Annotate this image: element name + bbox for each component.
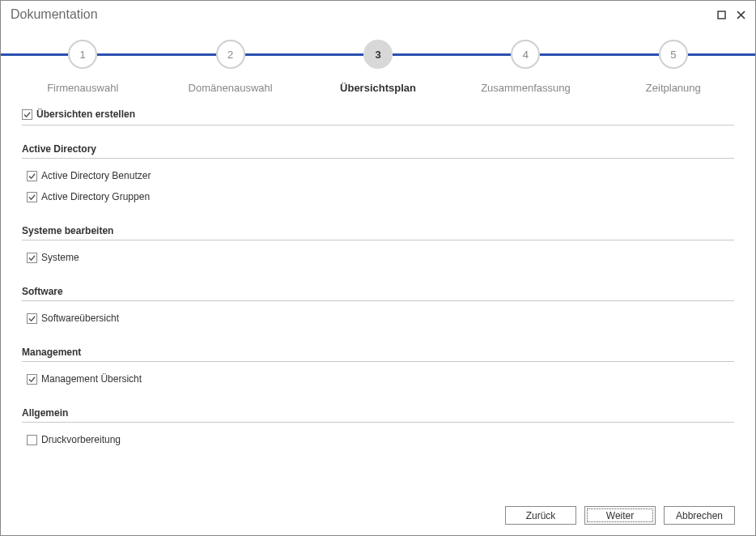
checkbox-label: Druckvorbereitung (41, 434, 121, 445)
section: SoftwareSoftwareübersicht (22, 286, 734, 329)
step-1[interactable]: 1Firmenauswahl (9, 40, 156, 94)
wizard-stepper: 1Firmenauswahl2Domänenauswahl3Übersichts… (1, 25, 755, 102)
step-circle: 1 (68, 40, 97, 69)
section-header: Active Directory (22, 143, 734, 159)
step-label: Zeitplanung (600, 82, 747, 94)
cancel-button[interactable]: Abbrechen (664, 506, 735, 525)
checkbox-row: Management Übersicht (27, 368, 734, 389)
checkbox[interactable] (27, 435, 37, 445)
section-items: Systeme (22, 240, 734, 268)
back-button[interactable]: Zurück (505, 506, 576, 525)
step-4[interactable]: 4Zusammenfassung (452, 40, 599, 94)
checkbox[interactable] (27, 253, 37, 263)
section: Systeme bearbeitenSysteme (22, 225, 734, 268)
master-checkbox-row: Übersichten erstellen (22, 108, 734, 125)
checkbox-label: Systeme (41, 252, 79, 263)
section-header: Software (22, 286, 734, 301)
checkbox[interactable] (27, 171, 37, 181)
checkbox[interactable] (27, 192, 37, 202)
step-label: Domänenauswahl (156, 82, 304, 94)
checkbox-label: Active Directory Benutzer (41, 170, 151, 181)
step-circle: 3 (363, 40, 393, 69)
section: Active DirectoryActive Directory Benutze… (22, 143, 734, 207)
checkbox-row: Softwareübersicht (27, 308, 734, 329)
master-checkbox-label: Übersichten erstellen (36, 108, 135, 120)
step-2[interactable]: 2Domänenauswahl (156, 40, 304, 94)
step-label: Firmenauswahl (9, 82, 156, 94)
close-icon[interactable] (734, 8, 747, 21)
section-items: Active Directory BenutzerActive Director… (22, 159, 734, 207)
step-label: Übersichtsplan (304, 82, 452, 94)
content-area: Übersichten erstellen Active DirectoryAc… (1, 102, 755, 450)
section-header: Systeme bearbeiten (22, 225, 734, 240)
checkbox-row: Active Directory Gruppen (27, 186, 734, 207)
step-3[interactable]: 3Übersichtsplan (304, 40, 452, 94)
step-circle: 2 (216, 40, 245, 69)
checkbox-row: Systeme (27, 247, 734, 268)
step-circle: 4 (511, 40, 540, 69)
titlebar: Dokumentation (1, 1, 755, 25)
checkbox[interactable] (27, 374, 37, 385)
section-header: Allgemein (22, 407, 734, 423)
checkbox-label: Softwareübersicht (41, 313, 119, 324)
maximize-icon[interactable] (715, 8, 728, 21)
section-items: Management Übersicht (22, 362, 734, 389)
step-circle: 5 (659, 40, 688, 69)
checkbox-label: Active Directory Gruppen (41, 191, 150, 202)
section: AllgemeinDruckvorbereitung (22, 407, 734, 450)
section: ManagementManagement Übersicht (22, 347, 734, 389)
checkbox[interactable] (27, 313, 37, 324)
window-controls (715, 8, 747, 21)
section-items: Druckvorbereitung (22, 423, 734, 450)
section-header: Management (22, 347, 734, 362)
footer-buttons: Zurück Weiter Abbrechen (505, 506, 735, 525)
checkbox-row: Druckvorbereitung (27, 429, 734, 450)
next-button[interactable]: Weiter (584, 506, 656, 525)
svg-rect-0 (718, 11, 725, 19)
section-items: Softwareübersicht (22, 301, 734, 329)
checkbox-label: Management Übersicht (41, 373, 142, 385)
step-label: Zusammenfassung (452, 82, 599, 94)
window-title: Dokumentation (11, 7, 98, 22)
checkbox-row: Active Directory Benutzer (27, 165, 734, 186)
master-checkbox[interactable] (22, 109, 32, 120)
step-5[interactable]: 5Zeitplanung (600, 40, 747, 94)
